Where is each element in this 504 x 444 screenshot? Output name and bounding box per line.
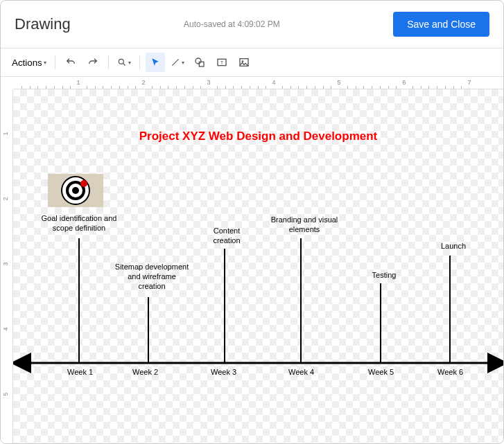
ruler-vertical: 12345 bbox=[1, 89, 13, 443]
canvas-area: 1234567 12345 Project XYZ Web Design and… bbox=[1, 77, 503, 443]
actions-menu[interactable]: Actions bbox=[9, 53, 49, 72]
milestone-2-label[interactable]: Sitemap development and wireframe creati… bbox=[114, 263, 190, 291]
axis-label-week1[interactable]: Week 1 bbox=[67, 368, 93, 376]
select-tool[interactable] bbox=[146, 53, 165, 72]
toolbar: Actions T bbox=[1, 48, 503, 77]
separator bbox=[55, 55, 55, 69]
svg-text:T: T bbox=[220, 60, 223, 65]
cursor-icon bbox=[150, 57, 160, 67]
milestone-3-label[interactable]: Content creation bbox=[199, 227, 254, 246]
image-icon bbox=[238, 57, 250, 68]
drawing-content: Project XYZ Web Design and Development bbox=[13, 89, 503, 443]
shape-tool[interactable] bbox=[190, 53, 209, 72]
svg-line-1 bbox=[123, 64, 125, 66]
axis-label-week3[interactable]: Week 3 bbox=[211, 368, 236, 376]
svg-point-3 bbox=[195, 58, 201, 64]
milestone-6-label[interactable]: Launch bbox=[429, 242, 478, 251]
milestone-4-label[interactable]: Branding and visual elements bbox=[270, 215, 339, 235]
shape-icon bbox=[194, 57, 205, 68]
undo-icon bbox=[65, 57, 76, 68]
axis-label-week6[interactable]: Week 6 bbox=[437, 368, 463, 376]
save-and-close-button[interactable]: Save and Close bbox=[393, 12, 489, 37]
line-tool[interactable] bbox=[168, 53, 187, 72]
axis-label-week5[interactable]: Week 5 bbox=[368, 368, 394, 376]
separator bbox=[139, 55, 140, 69]
svg-rect-4 bbox=[199, 62, 204, 66]
line-icon bbox=[171, 57, 180, 67]
zoom-menu[interactable] bbox=[114, 53, 134, 72]
zoom-icon bbox=[117, 57, 127, 67]
undo-button[interactable] bbox=[61, 53, 80, 72]
dialog-title: Drawing bbox=[15, 15, 71, 33]
milestone-5-label[interactable]: Testing bbox=[360, 271, 408, 281]
redo-icon bbox=[87, 57, 98, 68]
svg-line-2 bbox=[172, 59, 178, 65]
autosave-status: Auto-saved at 4:09:02 PM bbox=[184, 19, 280, 29]
image-tool[interactable] bbox=[234, 53, 254, 72]
textbox-icon: T bbox=[216, 57, 227, 68]
redo-button[interactable] bbox=[83, 53, 103, 72]
drawing-canvas[interactable]: Project XYZ Web Design and Development bbox=[13, 89, 503, 443]
svg-point-8 bbox=[241, 60, 243, 62]
separator bbox=[108, 55, 109, 69]
axis-label-week4[interactable]: Week 4 bbox=[288, 368, 314, 376]
ruler-horizontal: 1234567 bbox=[13, 77, 503, 89]
dialog-header: Drawing Auto-saved at 4:09:02 PM Save an… bbox=[1, 1, 503, 48]
textbox-tool[interactable]: T bbox=[212, 53, 232, 72]
axis-label-week2[interactable]: Week 2 bbox=[132, 368, 158, 376]
milestone-1-label[interactable]: Goal identification and scope definition bbox=[31, 214, 128, 233]
svg-point-0 bbox=[119, 59, 123, 64]
timeline-arrow[interactable] bbox=[13, 89, 503, 443]
